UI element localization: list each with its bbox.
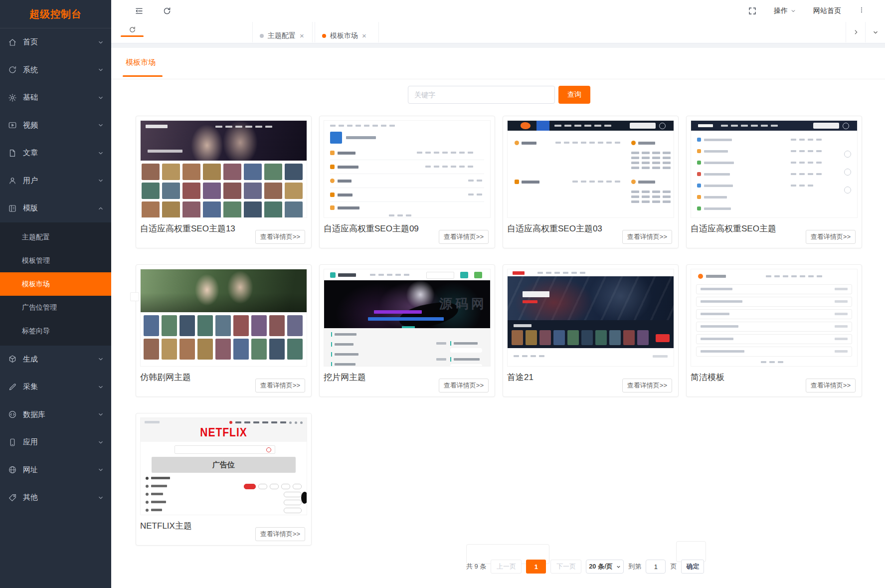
chevron-down-icon (872, 29, 879, 36)
template-thumbnail: NETFLIX 广告位 (140, 417, 307, 515)
view-detail-button[interactable]: 查看详情页>> (255, 527, 305, 541)
tab-theme-config[interactable]: 主题配置 × (252, 22, 313, 42)
cube-icon (8, 355, 17, 364)
site-logo (698, 274, 703, 279)
template-thumbnail (507, 269, 674, 367)
page-size-select[interactable]: 20 条/页 (586, 560, 624, 574)
chevron-down-icon (616, 564, 621, 570)
sidebar-item-app[interactable]: 应用 (0, 428, 111, 456)
kebab-menu-icon[interactable] (858, 6, 865, 15)
chevron-down-icon (97, 439, 104, 446)
submenu-item-ad-manage[interactable]: 广告位管理 (0, 296, 111, 319)
tab-strip: 主题配置 × 模板市场 × (111, 22, 885, 43)
database-icon (8, 410, 17, 419)
view-detail-button[interactable]: 查看详情页>> (255, 230, 305, 244)
sidebar-item-home[interactable]: 首页 (0, 28, 111, 56)
active-tab-underline (121, 35, 144, 37)
pen-icon (8, 383, 17, 392)
tab-scroll-right-button[interactable] (846, 22, 866, 42)
sidebar-item-database[interactable]: 数据库 (0, 401, 111, 429)
tab-menu-button[interactable] (865, 22, 885, 42)
total-count: 共 9 条 (466, 562, 486, 571)
chevron-right-icon (853, 29, 859, 35)
template-card: 首途21 查看详情页>> (503, 264, 679, 397)
sidebar-item-basic[interactable]: 基础 (0, 84, 111, 112)
sidebar-item-video[interactable]: 视频 (0, 112, 111, 140)
template-thumbnail (140, 269, 307, 367)
search-input[interactable] (408, 86, 555, 104)
next-page-button[interactable]: 下一页 (550, 560, 581, 574)
chevron-down-icon (97, 411, 104, 418)
sidebar-item-collect[interactable]: 采集 (0, 373, 111, 401)
site-home-link[interactable]: 网站首页 (813, 6, 841, 15)
goto-page-input[interactable] (646, 560, 666, 574)
close-icon[interactable]: × (362, 32, 366, 39)
sidebar-item-website[interactable]: 网址 (0, 456, 111, 484)
chevron-down-icon (97, 356, 104, 363)
submenu-item-theme-config[interactable]: 主题配置 (0, 225, 111, 249)
submenu-item-template-manage[interactable]: 模板管理 (0, 249, 111, 272)
system-icon (8, 65, 17, 74)
template-thumbnail (691, 269, 858, 367)
template-thumbnail: 源码网 (324, 269, 491, 367)
sidebar-item-system[interactable]: 系统 (0, 56, 111, 84)
template-card: 仿韩剧网主题 查看详情页>> (136, 264, 312, 397)
goto-prefix: 到第 (628, 562, 641, 571)
template-card: 自适应高权重SEO主题09 查看详情页>> (319, 116, 495, 248)
refresh-icon (129, 26, 136, 33)
fold-menu-icon[interactable] (135, 6, 144, 15)
chevron-up-icon (97, 205, 104, 212)
chevron-down-icon (790, 8, 796, 14)
globe-icon (8, 465, 17, 474)
template-card: NETFLIX 广告位 NETFLIX主题 查看详情页>> (136, 413, 312, 546)
view-detail-button[interactable]: 查看详情页>> (439, 379, 489, 392)
submenu-item-template-market[interactable]: 模板市场 (0, 272, 111, 296)
template-card: 自适应高权重SEO主题 查看详情页>> (686, 116, 862, 248)
action-dropdown[interactable]: 操作 (774, 6, 796, 15)
ad-banner: 广告位 (152, 457, 296, 473)
template-card: 自适应高权重SEO主题13 查看详情页>> (136, 116, 312, 248)
sidebar-item-generate[interactable]: 生成 (0, 346, 111, 374)
view-detail-button[interactable]: 查看详情页>> (622, 230, 672, 244)
tag-icon (8, 493, 17, 502)
submenu-item-tag-wizard[interactable]: 标签向导 (0, 319, 111, 343)
sidebar-item-article[interactable]: 文章 (0, 139, 111, 167)
main-content: 模板市场 查询 自适应高权重SEO主题13 查看详情页>> (111, 48, 885, 588)
page-tab-template-market[interactable]: 模板市场 (126, 58, 156, 67)
scroll-knob (301, 492, 307, 504)
confirm-button[interactable]: 确定 (681, 560, 704, 574)
chevron-down-icon (97, 177, 104, 184)
chevron-down-icon (97, 122, 104, 129)
site-logo (521, 122, 531, 129)
mobile-icon (8, 438, 17, 447)
home-icon (8, 38, 17, 47)
refresh-icon[interactable] (163, 6, 172, 15)
view-detail-button[interactable]: 查看详情页>> (806, 379, 856, 392)
chevron-down-icon (97, 39, 104, 46)
view-detail-button[interactable]: 查看详情页>> (255, 379, 305, 392)
view-detail-button[interactable]: 查看详情页>> (439, 230, 489, 244)
current-page-button[interactable]: 1 (526, 560, 546, 574)
prev-page-button[interactable]: 上一页 (491, 560, 522, 574)
close-icon[interactable]: × (300, 32, 304, 39)
search-icon (266, 447, 271, 452)
active-tab-refresh[interactable] (118, 23, 146, 36)
blur-patch (130, 292, 139, 301)
template-thumbnail (140, 120, 307, 218)
top-navbar: 操作 网站首页 (111, 0, 885, 22)
search-button[interactable]: 查询 (558, 86, 590, 104)
watermark: 源码网 (439, 295, 487, 313)
template-card-grid: 自适应高权重SEO主题13 查看详情页>> (136, 116, 864, 546)
template-thumbnail (507, 120, 674, 218)
document-icon (8, 149, 17, 158)
sidebar-item-other[interactable]: 其他 (0, 484, 111, 512)
pagination: 共 9 条 上一页 1 下一页 20 条/页 到第 页 确定 (466, 560, 704, 574)
site-logo (330, 272, 336, 278)
sidebar-item-user[interactable]: 用户 (0, 167, 111, 195)
view-detail-button[interactable]: 查看详情页>> (806, 230, 856, 244)
tab-template-market[interactable]: 模板市场 × (315, 22, 379, 42)
sidebar-item-template[interactable]: 模版 (0, 195, 111, 222)
fullscreen-icon[interactable] (748, 6, 757, 15)
view-detail-button[interactable]: 查看详情页>> (622, 379, 672, 392)
template-thumbnail (691, 120, 858, 218)
